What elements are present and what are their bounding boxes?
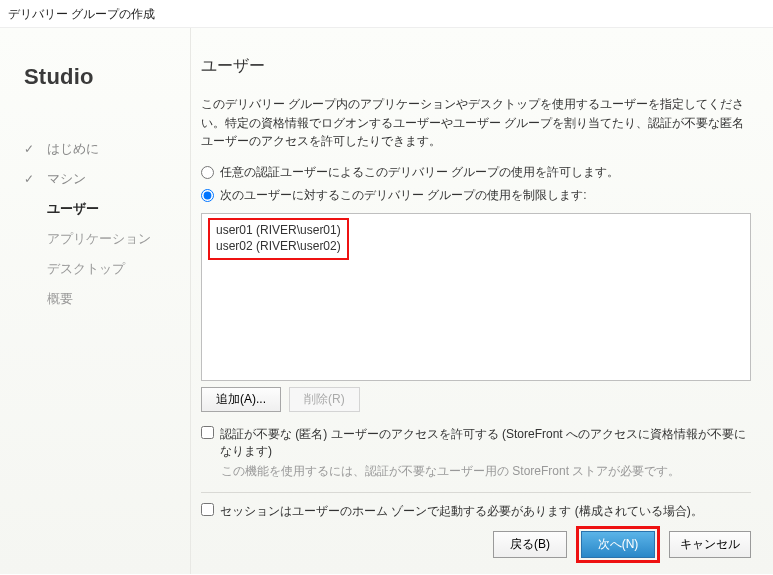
anonymous-check-label: 認証が不要な (匿名) ユーザーのアクセスを許可する (StoreFront へ… [220,426,751,461]
instruction-text: このデリバリー グループ内のアプリケーションやデスクトップを使用するユーザーを指… [201,95,751,151]
step-label: 概要 [47,290,73,308]
wizard-steps: はじめに マシン ユーザー アプリケーション デスクトップ 概要 [24,134,168,314]
sidebar: Studio はじめに マシン ユーザー アプリケーション デスクトップ 概要 [0,28,190,574]
radio-restrict[interactable]: 次のユーザーに対するこのデリバリー グループの使用を制限します: [201,187,751,204]
cancel-button[interactable]: キャンセル [669,531,751,558]
next-button[interactable]: 次へ(N) [581,531,655,558]
brand-label: Studio [24,64,168,90]
step-desktops[interactable]: デスクトップ [24,254,168,284]
homezone-check[interactable]: セッションはユーザーのホーム ゾーンで起動する必要があります (構成されている場… [201,503,751,520]
anonymous-checkbox[interactable] [201,426,214,439]
step-summary[interactable]: 概要 [24,284,168,314]
user-list-highlight: user01 (RIVER\user01) user02 (RIVER\user… [208,218,349,260]
step-intro[interactable]: はじめに [24,134,168,164]
step-label: ユーザー [47,200,99,218]
step-label: はじめに [47,140,99,158]
step-machine[interactable]: マシン [24,164,168,194]
radio-restrict-label: 次のユーザーに対するこのデリバリー グループの使用を制限します: [220,187,587,204]
separator [201,492,751,493]
add-user-button[interactable]: 追加(A)... [201,387,281,412]
page-title: ユーザー [201,56,751,77]
step-users[interactable]: ユーザー [24,194,168,224]
list-item[interactable]: user02 (RIVER\user02) [216,238,341,254]
radio-allow-any-input[interactable] [201,166,214,179]
list-item[interactable]: user01 (RIVER\user01) [216,222,341,238]
step-applications[interactable]: アプリケーション [24,224,168,254]
back-button[interactable]: 戻る(B) [493,531,567,558]
wizard-footer: 戻る(B) 次へ(N) キャンセル [201,527,751,558]
window-title: デリバリー グループの作成 [0,0,773,28]
step-label: デスクトップ [47,260,125,278]
remove-user-button: 削除(R) [289,387,360,412]
radio-allow-any[interactable]: 任意の認証ユーザーによるこのデリバリー グループの使用を許可します。 [201,164,751,181]
homezone-checkbox[interactable] [201,503,214,516]
step-label: アプリケーション [47,230,151,248]
radio-allow-any-label: 任意の認証ユーザーによるこのデリバリー グループの使用を許可します。 [220,164,619,181]
anonymous-check[interactable]: 認証が不要な (匿名) ユーザーのアクセスを許可する (StoreFront へ… [201,426,751,461]
radio-restrict-input[interactable] [201,189,214,202]
step-label: マシン [47,170,86,188]
user-list[interactable]: user01 (RIVER\user01) user02 (RIVER\user… [201,213,751,381]
homezone-check-label: セッションはユーザーのホーム ゾーンで起動する必要があります (構成されている場… [220,503,703,520]
anonymous-check-note: この機能を使用するには、認証が不要なユーザー用の StoreFront ストアが… [221,463,751,480]
dialog-body: Studio はじめに マシン ユーザー アプリケーション デスクトップ 概要 … [0,28,773,574]
list-button-row: 追加(A)... 削除(R) [201,387,751,412]
content-pane: ユーザー このデリバリー グループ内のアプリケーションやデスクトップを使用するユ… [190,28,773,574]
